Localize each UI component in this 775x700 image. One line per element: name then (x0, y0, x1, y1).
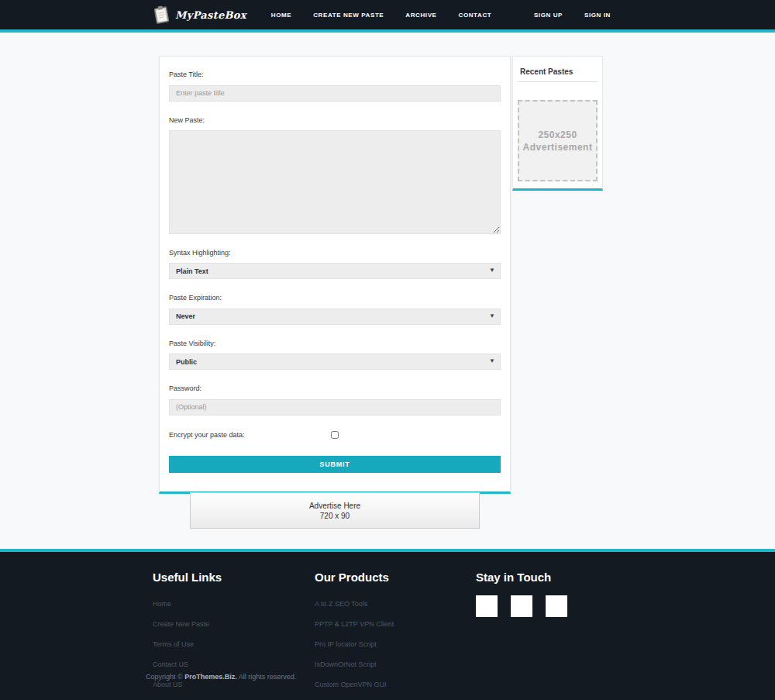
prothemes-link[interactable]: ProThemes.Biz. (184, 673, 237, 681)
brand-name: MyPasteBox (175, 9, 246, 21)
recent-pastes-card: Recent Pastes 250x250 Advertisement (512, 56, 603, 191)
clipboard-logo-icon (153, 5, 170, 25)
copyright-text: Copyright © ProThemes.Biz. All rights re… (146, 673, 296, 681)
main-nav: HOME CREATE NEW PASTE ARCHIVE CONTACT (260, 7, 502, 23)
nav-contact[interactable]: CONTACT (448, 7, 503, 23)
top-navbar: MyPasteBox HOME CREATE NEW PASTE ARCHIVE… (0, 0, 775, 33)
sign-in-link[interactable]: SIGN IN (574, 7, 622, 23)
useful-links-title: Useful Links (153, 571, 315, 584)
nav-create-new-paste[interactable]: CREATE NEW PASTE (302, 7, 394, 23)
main-content: Paste Title: New Paste: Syntax Highlight… (0, 33, 775, 549)
recent-pastes-title: Recent Pastes (518, 67, 598, 82)
footer-link-vpn-client[interactable]: PPTP & L2TP VPN Client (315, 620, 394, 628)
submit-button[interactable]: SUBMIT (169, 456, 501, 473)
sign-up-link[interactable]: SIGN UP (523, 7, 574, 23)
paste-title-label: Paste Title: (169, 71, 501, 78)
footer-link-contact-us[interactable]: Contact US (153, 660, 188, 668)
footer-link-home[interactable]: Home (153, 600, 171, 608)
banner-line2: 720 x 90 (320, 511, 350, 521)
password-input[interactable] (169, 399, 501, 416)
footer-link-isdownornot[interactable]: IsDownOrNot Script (315, 660, 377, 668)
brand-link[interactable]: MyPasteBox (153, 5, 246, 25)
paste-expiration-select[interactable]: Never (169, 309, 501, 325)
banner-line1: Advertise Here (309, 501, 360, 511)
nav-home[interactable]: HOME (260, 7, 302, 23)
advertise-banner: Advertise Here 720 x 90 (190, 492, 480, 529)
social-icon-3[interactable] (546, 595, 567, 617)
new-paste-form-card: Paste Title: New Paste: Syntax Highlight… (159, 56, 511, 494)
paste-visibility-select[interactable]: Public (169, 353, 501, 370)
paste-title-input[interactable] (169, 85, 501, 102)
footer: Useful Links Home Create New Paste Terms… (0, 549, 775, 700)
syntax-highlighting-label: Syntax Highlighting: (169, 249, 501, 257)
ad-size-text: 250x250 (538, 129, 577, 141)
syntax-highlighting-select[interactable]: Plain Text (169, 263, 501, 279)
encrypt-checkbox[interactable] (331, 431, 339, 439)
new-paste-textarea[interactable] (169, 130, 501, 234)
nav-archive[interactable]: ARCHIVE (394, 7, 447, 23)
social-icon-1[interactable] (476, 595, 498, 617)
footer-link-seo-tools[interactable]: A to Z SEO Tools (315, 600, 367, 608)
new-paste-label: New Paste: (169, 116, 501, 124)
paste-expiration-label: Paste Expiration: (169, 294, 501, 302)
footer-link-terms-of-use[interactable]: Terms of Use (153, 640, 194, 648)
footer-link-openvpn-gui[interactable]: Custom OpenVPN GUI (315, 681, 387, 688)
stay-in-touch-title: Stay in Touch (476, 571, 567, 584)
password-label: Password: (169, 384, 501, 392)
footer-link-create-new-paste[interactable]: Create New Paste (153, 620, 209, 628)
footer-link-ip-locator[interactable]: Pro IP locator Script (315, 640, 377, 648)
our-products-title: Our Products (315, 571, 476, 584)
auth-links: SIGN UP SIGN IN (523, 7, 622, 23)
social-icon-2[interactable] (511, 595, 532, 617)
paste-visibility-label: Paste Visibility: (169, 340, 501, 347)
sidebar-ad-placeholder: 250x250 Advertisement (518, 100, 598, 181)
footer-social-column: Stay in Touch (476, 571, 567, 696)
footer-products-column: Our Products A to Z SEO Tools PPTP & L2T… (315, 571, 476, 696)
ad-label-text: Advertisement (523, 141, 593, 153)
footer-link-about-us[interactable]: About US (153, 681, 183, 688)
